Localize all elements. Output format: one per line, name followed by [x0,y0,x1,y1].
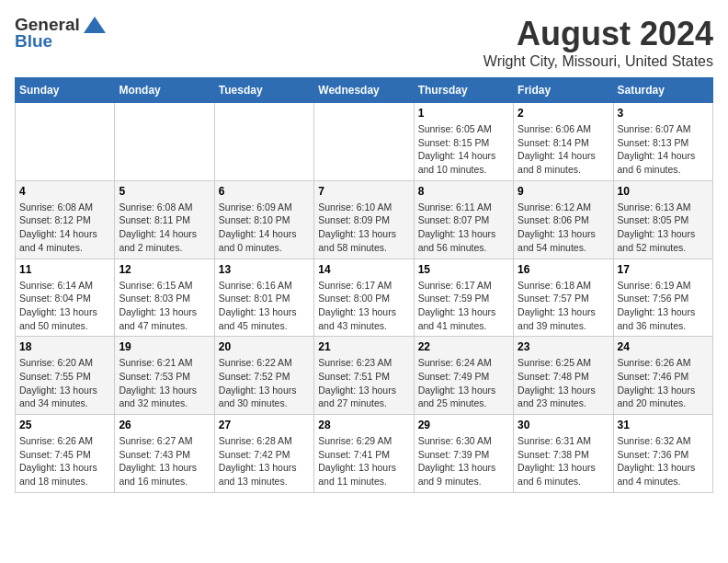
day-number: 29 [418,419,509,431]
calendar-cell: 22Sunrise: 6:24 AMSunset: 7:49 PMDayligh… [414,337,513,415]
day-number: 13 [219,263,310,276]
header-friday: Friday [514,78,613,103]
day-number: 27 [219,419,310,431]
calendar-week-row: 18Sunrise: 6:20 AMSunset: 7:55 PMDayligh… [16,337,713,415]
calendar-week-row: 25Sunrise: 6:26 AMSunset: 7:45 PMDayligh… [16,415,713,493]
calendar-cell: 21Sunrise: 6:23 AMSunset: 7:51 PMDayligh… [314,337,414,415]
logo-icon [82,15,108,35]
calendar-cell [214,103,313,181]
day-number: 1 [418,107,509,120]
calendar-cell: 17Sunrise: 6:19 AMSunset: 7:56 PMDayligh… [613,259,712,337]
day-number: 24 [618,340,709,353]
day-number: 17 [618,263,709,276]
day-number: 15 [418,263,509,276]
day-info: Sunrise: 6:31 AMSunset: 7:38 PMDaylight:… [518,434,609,488]
calendar-cell: 7Sunrise: 6:10 AMSunset: 8:09 PMDaylight… [314,180,414,259]
calendar-cell: 27Sunrise: 6:28 AMSunset: 7:42 PMDayligh… [214,415,313,493]
calendar-cell: 26Sunrise: 6:27 AMSunset: 7:43 PMDayligh… [115,415,214,493]
day-info: Sunrise: 6:17 AMSunset: 8:00 PMDaylight:… [318,279,409,333]
day-number: 20 [219,340,310,353]
calendar-cell: 29Sunrise: 6:30 AMSunset: 7:39 PMDayligh… [414,415,513,493]
calendar-cell [16,103,115,181]
day-number: 22 [418,340,509,353]
header-thursday: Thursday [414,78,513,103]
calendar-cell: 2Sunrise: 6:06 AMSunset: 8:14 PMDaylight… [514,103,613,181]
day-info: Sunrise: 6:09 AMSunset: 8:10 PMDaylight:… [219,201,310,255]
calendar-header-row: SundayMondayTuesdayWednesdayThursdayFrid… [16,78,713,103]
calendar-cell [314,103,414,181]
calendar-cell: 15Sunrise: 6:17 AMSunset: 7:59 PMDayligh… [414,259,513,337]
calendar-cell: 24Sunrise: 6:26 AMSunset: 7:46 PMDayligh… [613,337,712,415]
day-number: 5 [119,185,210,198]
calendar-cell: 16Sunrise: 6:18 AMSunset: 7:57 PMDayligh… [514,259,613,337]
day-number: 11 [19,263,110,276]
day-info: Sunrise: 6:17 AMSunset: 7:59 PMDaylight:… [418,279,509,333]
location-title: Wright City, Missouri, United States [483,53,713,70]
day-info: Sunrise: 6:20 AMSunset: 7:55 PMDaylight:… [19,356,110,410]
day-number: 16 [518,263,609,276]
header-monday: Monday [115,78,214,103]
day-info: Sunrise: 6:10 AMSunset: 8:09 PMDaylight:… [318,201,409,255]
day-info: Sunrise: 6:19 AMSunset: 7:56 PMDaylight:… [618,279,709,333]
day-number: 8 [418,185,509,198]
calendar-cell: 14Sunrise: 6:17 AMSunset: 8:00 PMDayligh… [314,259,414,337]
month-title: August 2024 [483,15,713,53]
calendar-cell: 4Sunrise: 6:08 AMSunset: 8:12 PMDaylight… [16,180,115,259]
calendar-cell: 23Sunrise: 6:25 AMSunset: 7:48 PMDayligh… [514,337,613,415]
day-number: 3 [618,107,709,120]
logo: General Blue [15,15,108,52]
calendar-cell [115,103,214,181]
day-info: Sunrise: 6:11 AMSunset: 8:07 PMDaylight:… [418,201,509,255]
header-tuesday: Tuesday [214,78,313,103]
calendar-cell: 31Sunrise: 6:32 AMSunset: 7:36 PMDayligh… [613,415,712,493]
day-info: Sunrise: 6:26 AMSunset: 7:46 PMDaylight:… [618,356,709,410]
calendar-cell: 20Sunrise: 6:22 AMSunset: 7:52 PMDayligh… [214,337,313,415]
calendar-cell: 6Sunrise: 6:09 AMSunset: 8:10 PMDaylight… [214,180,313,259]
day-info: Sunrise: 6:18 AMSunset: 7:57 PMDaylight:… [518,279,609,333]
day-number: 18 [19,340,110,353]
day-number: 25 [19,419,110,431]
title-section: August 2024 Wright City, Missouri, Unite… [483,15,713,70]
day-info: Sunrise: 6:16 AMSunset: 8:01 PMDaylight:… [219,279,310,333]
day-info: Sunrise: 6:06 AMSunset: 8:14 PMDaylight:… [518,122,609,177]
day-info: Sunrise: 6:24 AMSunset: 7:49 PMDaylight:… [418,356,509,410]
calendar-week-row: 1Sunrise: 6:05 AMSunset: 8:15 PMDaylight… [16,103,713,181]
header: General Blue August 2024 Wright City, Mi… [15,15,713,70]
day-number: 7 [318,185,409,198]
calendar-cell: 25Sunrise: 6:26 AMSunset: 7:45 PMDayligh… [16,415,115,493]
day-info: Sunrise: 6:25 AMSunset: 7:48 PMDaylight:… [518,356,609,410]
day-info: Sunrise: 6:13 AMSunset: 8:05 PMDaylight:… [618,201,709,255]
logo-blue: Blue [15,31,52,52]
day-info: Sunrise: 6:23 AMSunset: 7:51 PMDaylight:… [318,356,409,410]
day-number: 2 [518,107,609,120]
day-info: Sunrise: 6:32 AMSunset: 7:36 PMDaylight:… [618,434,709,488]
day-info: Sunrise: 6:29 AMSunset: 7:41 PMDaylight:… [318,434,409,488]
day-number: 10 [618,185,709,198]
day-number: 26 [119,419,210,431]
header-sunday: Sunday [16,78,115,103]
day-number: 28 [318,419,409,431]
day-number: 14 [318,263,409,276]
calendar-cell: 1Sunrise: 6:05 AMSunset: 8:15 PMDaylight… [414,103,513,181]
calendar-cell: 3Sunrise: 6:07 AMSunset: 8:13 PMDaylight… [613,103,712,181]
day-info: Sunrise: 6:12 AMSunset: 8:06 PMDaylight:… [518,201,609,255]
header-wednesday: Wednesday [314,78,414,103]
day-info: Sunrise: 6:05 AMSunset: 8:15 PMDaylight:… [418,122,509,177]
day-number: 9 [518,185,609,198]
calendar-table: SundayMondayTuesdayWednesdayThursdayFrid… [15,77,713,493]
calendar-week-row: 4Sunrise: 6:08 AMSunset: 8:12 PMDaylight… [16,180,713,259]
header-saturday: Saturday [613,78,712,103]
day-info: Sunrise: 6:22 AMSunset: 7:52 PMDaylight:… [219,356,310,410]
calendar-cell: 12Sunrise: 6:15 AMSunset: 8:03 PMDayligh… [115,259,214,337]
day-info: Sunrise: 6:21 AMSunset: 7:53 PMDaylight:… [119,356,210,410]
day-info: Sunrise: 6:07 AMSunset: 8:13 PMDaylight:… [618,122,709,177]
calendar-cell: 11Sunrise: 6:14 AMSunset: 8:04 PMDayligh… [16,259,115,337]
calendar-cell: 5Sunrise: 6:08 AMSunset: 8:11 PMDaylight… [115,180,214,259]
calendar-week-row: 11Sunrise: 6:14 AMSunset: 8:04 PMDayligh… [16,259,713,337]
calendar-cell: 30Sunrise: 6:31 AMSunset: 7:38 PMDayligh… [514,415,613,493]
day-number: 31 [618,419,709,431]
day-number: 6 [219,185,310,198]
day-info: Sunrise: 6:14 AMSunset: 8:04 PMDaylight:… [19,279,110,333]
day-number: 23 [518,340,609,353]
calendar-cell: 13Sunrise: 6:16 AMSunset: 8:01 PMDayligh… [214,259,313,337]
